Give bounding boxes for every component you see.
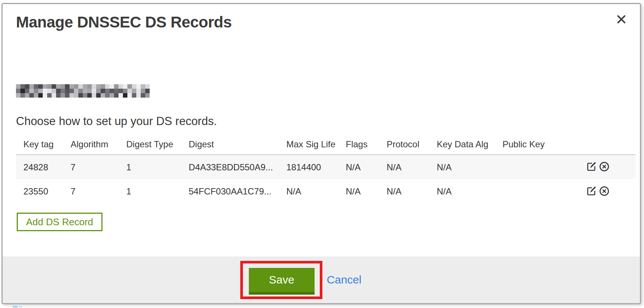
- background-page-artifact: [19, 306, 22, 308]
- col-header-key-data-alg: Key Data Alg: [437, 139, 502, 150]
- close-button[interactable]: [614, 12, 629, 27]
- background-page-artifact: [13, 306, 18, 308]
- save-annotation-highlight: Save: [240, 261, 322, 299]
- redacted-domain-name: [16, 84, 150, 98]
- manage-dnssec-ds-records-dialog: Manage DNSSEC DS Records Choose how to s…: [1, 3, 641, 304]
- ds-records-table: Key tag Algorithm Digest Type Digest Max…: [16, 137, 635, 204]
- cell-key-data-alg: N/A: [437, 186, 502, 197]
- cell-digest-type: 1: [126, 186, 189, 197]
- table-header-row: Key tag Algorithm Digest Type Digest Max…: [16, 137, 635, 154]
- col-header-max-sig-life: Max Sig Life: [286, 139, 346, 150]
- col-header-algorithm: Algorithm: [71, 139, 126, 150]
- cell-digest-type: 1: [126, 162, 189, 173]
- cell-flags: N/A: [346, 186, 387, 197]
- cell-algorithm: 7: [71, 162, 126, 173]
- instruction-text: Choose how to set up your DS records.: [16, 115, 217, 128]
- delete-record-button[interactable]: [598, 161, 610, 173]
- edit-icon: [586, 161, 597, 173]
- page-title: Manage DNSSEC DS Records: [16, 14, 232, 31]
- cell-digest: 54FCF030AA1C79...: [189, 186, 286, 197]
- row-actions: [585, 161, 635, 173]
- edit-icon: [586, 186, 597, 197]
- delete-record-button[interactable]: [598, 186, 610, 197]
- col-header-protocol: Protocol: [387, 139, 437, 150]
- cell-protocol: N/A: [387, 186, 437, 197]
- col-header-flags: Flags: [346, 139, 387, 150]
- cell-key-tag: 23550: [16, 186, 71, 197]
- cell-key-data-alg: N/A: [437, 162, 502, 173]
- col-header-digest-type: Digest Type: [126, 139, 189, 150]
- close-icon: [616, 14, 627, 26]
- table-row: 24828 7 1 D4A33E8DD550A9... 1814400 N/A …: [16, 155, 635, 179]
- edit-record-button[interactable]: [585, 161, 597, 173]
- row-actions: [585, 186, 635, 197]
- cell-flags: N/A: [346, 162, 387, 173]
- table-body: 24828 7 1 D4A33E8DD550A9... 1814400 N/A …: [16, 154, 635, 204]
- col-header-digest: Digest: [189, 139, 286, 150]
- save-button[interactable]: Save: [249, 268, 315, 295]
- delete-icon: [599, 161, 610, 173]
- cell-key-tag: 24828: [16, 162, 71, 173]
- cancel-link[interactable]: Cancel: [327, 273, 361, 286]
- add-ds-record-button[interactable]: Add DS Record: [17, 213, 103, 231]
- delete-icon: [599, 186, 610, 197]
- cell-protocol: N/A: [387, 162, 437, 173]
- cell-digest: D4A33E8DD550A9...: [189, 162, 286, 173]
- dialog-footer: Save Cancel: [3, 256, 640, 303]
- col-header-key-tag: Key tag: [16, 139, 71, 150]
- col-header-public-key: Public Key: [502, 139, 585, 150]
- cell-algorithm: 7: [71, 186, 126, 197]
- cell-max-sig-life: 1814400: [286, 162, 346, 173]
- table-row: 23550 7 1 54FCF030AA1C79... N/A N/A N/A …: [16, 179, 635, 204]
- edit-record-button[interactable]: [585, 186, 597, 197]
- cell-max-sig-life: N/A: [286, 186, 346, 197]
